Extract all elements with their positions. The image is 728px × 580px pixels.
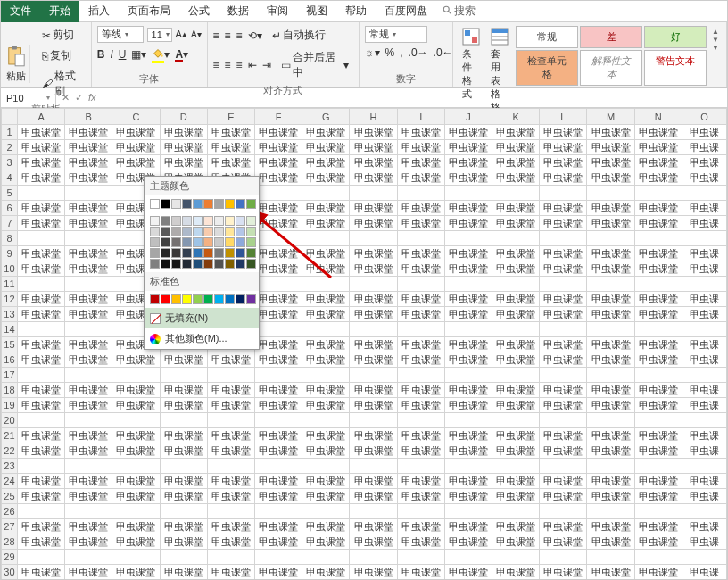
color-swatch[interactable]	[246, 294, 256, 304]
cell[interactable]: 甲虫课堂	[540, 383, 587, 398]
row-header[interactable]: 7	[2, 216, 18, 231]
color-swatch[interactable]	[203, 248, 213, 258]
cell[interactable]: 甲虫课堂	[540, 170, 587, 186]
cell[interactable]: 甲虫课堂	[350, 246, 397, 261]
row-header[interactable]: 22	[2, 443, 18, 459]
cell[interactable]: 甲虫课堂	[302, 140, 350, 155]
cell[interactable]	[492, 322, 540, 337]
cell[interactable]: 甲虫课堂	[540, 246, 587, 261]
cell[interactable]: 甲虫课堂	[492, 216, 540, 231]
cell[interactable]: 甲虫课堂	[65, 398, 112, 413]
cell[interactable]: 甲虫课堂	[207, 489, 254, 504]
cell[interactable]: 甲虫课	[682, 474, 726, 489]
cell[interactable]: 甲虫课堂	[255, 125, 302, 140]
cell[interactable]	[65, 550, 112, 565]
percent-icon[interactable]: %	[385, 46, 395, 59]
color-swatch[interactable]	[171, 294, 181, 304]
cell[interactable]: 甲虫课堂	[207, 474, 254, 489]
color-swatch[interactable]	[193, 259, 203, 269]
cell[interactable]	[540, 322, 587, 337]
cell[interactable]	[587, 277, 634, 292]
cell[interactable]: 甲虫课堂	[540, 443, 587, 459]
search-box[interactable]: 搜索	[442, 4, 476, 19]
cell[interactable]	[255, 550, 302, 565]
cell[interactable]: 甲虫课堂	[444, 140, 492, 155]
wrap-text-button[interactable]: ↵ 自动换行	[268, 26, 330, 45]
row-header[interactable]: 6	[2, 201, 18, 216]
cell[interactable]: 甲虫课堂	[540, 474, 587, 489]
cell[interactable]: 甲虫课堂	[17, 534, 64, 550]
color-swatch[interactable]	[225, 248, 235, 258]
cell[interactable]: 甲虫课堂	[350, 125, 397, 140]
cell[interactable]: 甲虫课堂	[160, 140, 207, 155]
color-swatch[interactable]	[193, 294, 203, 304]
enter-icon[interactable]: ✓	[75, 92, 83, 104]
row-header[interactable]: 17	[2, 368, 18, 383]
cell[interactable]	[65, 459, 112, 474]
column-header[interactable]: I	[397, 109, 444, 125]
increase-font-icon[interactable]: A▴	[176, 29, 187, 40]
cell[interactable]: 甲虫课	[682, 261, 726, 277]
cell[interactable]	[255, 459, 302, 474]
color-swatch[interactable]	[236, 227, 245, 236]
cell[interactable]: 甲虫课堂	[302, 170, 350, 186]
cell[interactable]: 甲虫课堂	[207, 383, 254, 398]
spreadsheet-grid[interactable]: ABCDEFGHIJKLMNO1甲虫课堂甲虫课堂甲虫课堂甲虫课堂甲虫课堂甲虫课堂…	[1, 108, 727, 580]
row-header[interactable]: 20	[2, 413, 18, 428]
cell[interactable]: 甲虫课堂	[65, 428, 112, 443]
cell[interactable]: 甲虫课堂	[634, 443, 682, 459]
row-header[interactable]: 12	[2, 292, 18, 307]
color-swatch[interactable]	[182, 237, 192, 247]
cut-button[interactable]: ✂ 剪切	[37, 26, 86, 45]
cell[interactable]: 甲虫课堂	[302, 352, 350, 368]
row-header[interactable]: 30	[2, 565, 18, 580]
cell[interactable]: 甲虫课堂	[350, 201, 397, 216]
cell[interactable]: 甲虫课堂	[444, 292, 492, 307]
row-header[interactable]: 19	[2, 398, 18, 413]
cell[interactable]: 甲虫课堂	[634, 125, 682, 140]
tab-review[interactable]: 审阅	[258, 0, 297, 22]
cell[interactable]: 甲虫课堂	[492, 170, 540, 186]
cell[interactable]	[492, 459, 540, 474]
cell[interactable]	[207, 459, 254, 474]
color-swatch[interactable]	[182, 294, 192, 304]
cell[interactable]: 甲虫课堂	[65, 489, 112, 504]
cell[interactable]	[17, 277, 64, 292]
cell[interactable]	[540, 504, 587, 519]
cell[interactable]: 甲虫课堂	[350, 337, 397, 352]
row-header[interactable]: 23	[2, 459, 18, 474]
row-header[interactable]: 24	[2, 474, 18, 489]
cell[interactable]: 甲虫课堂	[160, 565, 207, 580]
cell[interactable]	[587, 368, 634, 383]
cell[interactable]	[112, 550, 160, 565]
cell[interactable]	[492, 368, 540, 383]
cell[interactable]: 甲虫课堂	[492, 489, 540, 504]
cell[interactable]	[682, 459, 726, 474]
font-color-button[interactable]: A ▾	[175, 48, 188, 61]
cell[interactable]	[540, 368, 587, 383]
row-header[interactable]: 16	[2, 352, 18, 368]
cell[interactable]: 甲虫课堂	[634, 489, 682, 504]
tab-home[interactable]: 开始	[40, 0, 79, 22]
cell[interactable]: 甲虫课堂	[444, 201, 492, 216]
color-swatch[interactable]	[236, 294, 245, 304]
cell[interactable]: 甲虫课堂	[302, 246, 350, 261]
cell[interactable]	[207, 504, 254, 519]
cell[interactable]: 甲虫课堂	[587, 307, 634, 322]
cell[interactable]: 甲虫课堂	[540, 216, 587, 231]
cell[interactable]: 甲虫课堂	[492, 337, 540, 352]
border-button[interactable]: ▦▾	[131, 48, 146, 61]
cell[interactable]	[302, 459, 350, 474]
cell[interactable]	[587, 413, 634, 428]
cell[interactable]: 甲虫课堂	[397, 170, 444, 186]
cell[interactable]: 甲虫课	[682, 125, 726, 140]
cell[interactable]: 甲虫课堂	[65, 125, 112, 140]
cell[interactable]	[682, 322, 726, 337]
color-swatch[interactable]	[203, 199, 213, 209]
color-swatch[interactable]	[161, 199, 170, 209]
row-header[interactable]: 9	[2, 246, 18, 261]
color-swatch[interactable]	[182, 248, 192, 258]
cell[interactable]: 甲虫课	[682, 443, 726, 459]
cell[interactable]: 甲虫课堂	[444, 216, 492, 231]
cell[interactable]: 甲虫课堂	[112, 428, 160, 443]
